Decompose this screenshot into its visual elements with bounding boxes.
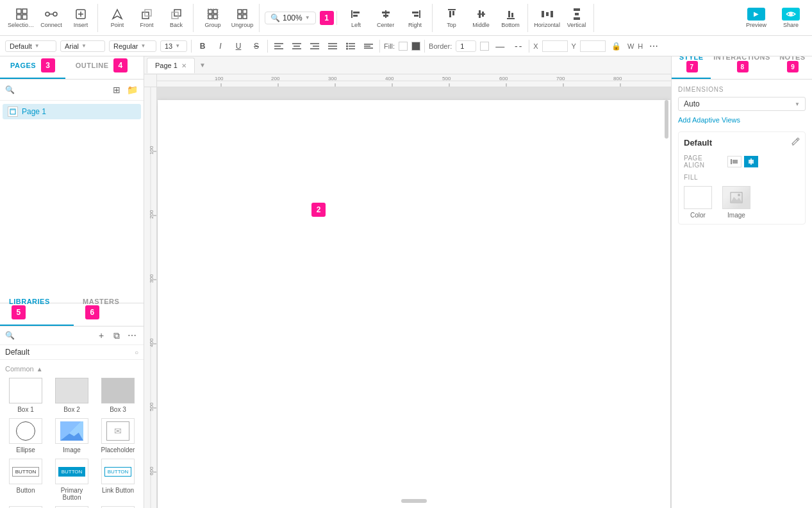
lib-name-dropdown[interactable]: Default ○ — [0, 345, 144, 360]
svg-point-4 — [46, 12, 49, 16]
style-tab-label: STYLE — [679, 56, 704, 61]
align-top-btn[interactable]: Top — [438, 4, 466, 32]
lib-item-image[interactable]: Image — [51, 418, 92, 453]
style-tab[interactable]: STYLE 7 — [672, 56, 711, 79]
lib-item-box1[interactable]: Box 1 — [5, 378, 46, 413]
list-btn[interactable] — [344, 39, 358, 53]
selection-mode-btn[interactable]: Selection Mode — [8, 4, 36, 32]
size-value: 13 — [165, 42, 172, 50]
back-btn[interactable]: Back — [162, 4, 190, 32]
strikethrough-btn[interactable]: S — [249, 39, 263, 53]
align-middle-btn[interactable]: Middle — [467, 4, 495, 32]
text-align-justify-btn[interactable] — [326, 39, 340, 53]
lib-item-link-button[interactable]: BUTTON Link Button — [97, 459, 138, 501]
lib-copy-btn[interactable]: ⧉ — [110, 329, 123, 342]
align-center-btn[interactable]: Center — [372, 4, 400, 32]
lib-more-btn[interactable]: ⋯ — [126, 329, 138, 342]
lock-aspect-btn[interactable]: 🔒 — [609, 39, 624, 53]
align-right-btn[interactable]: Right — [401, 4, 429, 32]
italic-btn[interactable]: I — [213, 39, 228, 53]
svg-rect-28 — [382, 12, 390, 13]
x-input[interactable] — [542, 40, 568, 52]
lib-item-placeholder[interactable]: Placeholder — [97, 418, 138, 453]
share-btn[interactable]: Share — [775, 4, 807, 32]
back-icon — [170, 8, 183, 21]
group-btn[interactable]: Group — [199, 4, 227, 32]
pages-add-folder-btn[interactable]: 📁 — [126, 83, 138, 96]
lib-item-box2[interactable]: Box 2 — [51, 378, 92, 413]
size-input[interactable]: 13 ▼ — [160, 40, 187, 52]
fill-color-box[interactable] — [399, 42, 408, 51]
page-item[interactable]: Page 1 — [3, 104, 141, 119]
font-dropdown[interactable]: Arial ▼ — [60, 40, 105, 52]
border-color-box[interactable] — [480, 42, 489, 51]
insert-btn[interactable]: Insert — [67, 4, 95, 32]
fill-color-dark[interactable] — [411, 42, 420, 51]
text-align-center-btn[interactable] — [290, 39, 304, 53]
lib-item-box1-preview — [9, 378, 42, 403]
page-align-center-btn[interactable] — [744, 156, 758, 167]
h-label: H — [638, 42, 643, 50]
border-style-1[interactable]: — — [493, 39, 507, 53]
weight-dropdown[interactable]: Regular ▼ — [109, 40, 156, 52]
page-align-left-btn[interactable] — [727, 156, 742, 167]
notes-tab[interactable]: NOTES 9 — [773, 56, 812, 79]
svg-text:200: 200 — [271, 76, 280, 81]
interactions-tab[interactable]: INTERACTIONS 8 — [711, 56, 773, 79]
pages-tab[interactable]: PAGES 3 — [0, 56, 65, 79]
canvas-page-tab[interactable]: Page 1 ✕ — [147, 58, 195, 73]
outline-tab[interactable]: OUTLINE 4 — [65, 56, 138, 79]
canvas-scrollbar-h[interactable] — [401, 499, 427, 503]
canvas-tab-dropdown[interactable]: ▼ — [197, 60, 208, 71]
bold-btn[interactable]: B — [195, 39, 210, 53]
canvas-viewport[interactable]: 2 — [157, 87, 671, 508]
fill-image-option[interactable]: Image — [722, 186, 750, 219]
tool-group-align-v: Top Middle Bottom — [435, 4, 528, 32]
distribute-horizontal-btn[interactable]: Horizontal — [533, 4, 561, 32]
style-dropdown[interactable]: Default ▼ — [5, 40, 56, 52]
canvas-scrollbar-v-track — [665, 87, 668, 508]
align-bottom-btn[interactable]: Bottom — [497, 4, 525, 32]
distribute-vertical-label: Vertical — [567, 22, 586, 28]
border-value[interactable]: 1 — [456, 40, 476, 52]
distribute-vertical-icon — [570, 8, 583, 21]
lib-item-box3[interactable]: Box 3 — [97, 378, 138, 413]
canvas-tab-close-btn[interactable]: ✕ — [181, 62, 186, 69]
point-btn[interactable]: Point — [103, 4, 131, 32]
lib-item-button[interactable]: BUTTON Button — [5, 459, 46, 501]
svg-rect-19 — [208, 9, 218, 19]
distribute-vertical-btn[interactable]: Vertical — [563, 4, 591, 32]
masters-tab[interactable]: MASTERS 6 — [74, 292, 144, 326]
connect-btn[interactable]: Connect — [37, 4, 65, 32]
align-left-btn[interactable]: Left — [342, 4, 370, 32]
dimensions-dropdown[interactable]: Auto ▼ — [678, 97, 806, 111]
libraries-tab[interactable]: LIBRARIES 5 — [0, 292, 74, 326]
ruler-vertical: 100 200 300 400 500 600 700 — [144, 87, 157, 508]
fill-color-option[interactable]: Color — [684, 186, 712, 219]
preview-btn[interactable]: ▶ Preview — [740, 4, 772, 32]
lib-item-ellipse[interactable]: Ellipse — [5, 418, 46, 453]
pages-grid-view-btn[interactable]: ⊞ — [110, 83, 123, 96]
ungroup-btn[interactable]: Ungroup — [228, 4, 256, 32]
preview-icon: ▶ — [747, 8, 765, 21]
default-section-edit-btn[interactable] — [791, 137, 800, 148]
pages-tab-label: PAGES — [10, 62, 36, 69]
more-options-btn[interactable]: ⋯ — [647, 39, 661, 53]
add-adaptive-views-link[interactable]: Add Adaptive Views — [678, 116, 806, 124]
lib-tabs: LIBRARIES 5 MASTERS 6 — [0, 303, 144, 326]
zoom-control[interactable]: 🔍 100% ▼ — [265, 12, 316, 24]
canvas-scrollbar-v-thumb[interactable] — [665, 100, 668, 139]
text-align-right-btn[interactable] — [308, 39, 322, 53]
lib-add-btn[interactable]: + — [95, 329, 108, 342]
border-style-2[interactable]: - - — [511, 39, 525, 53]
svg-rect-29 — [383, 15, 388, 17]
y-input[interactable] — [580, 40, 606, 52]
svg-rect-47 — [574, 17, 580, 20]
underline-btn[interactable]: U — [231, 39, 245, 53]
svg-rect-20 — [238, 10, 242, 13]
lib-item-primary-button[interactable]: BUTTON Primary Button — [51, 459, 92, 501]
text-align-left-btn[interactable] — [272, 39, 286, 53]
front-btn[interactable]: Front — [133, 4, 161, 32]
more-btn[interactable] — [361, 39, 376, 53]
svg-rect-106 — [733, 160, 738, 164]
